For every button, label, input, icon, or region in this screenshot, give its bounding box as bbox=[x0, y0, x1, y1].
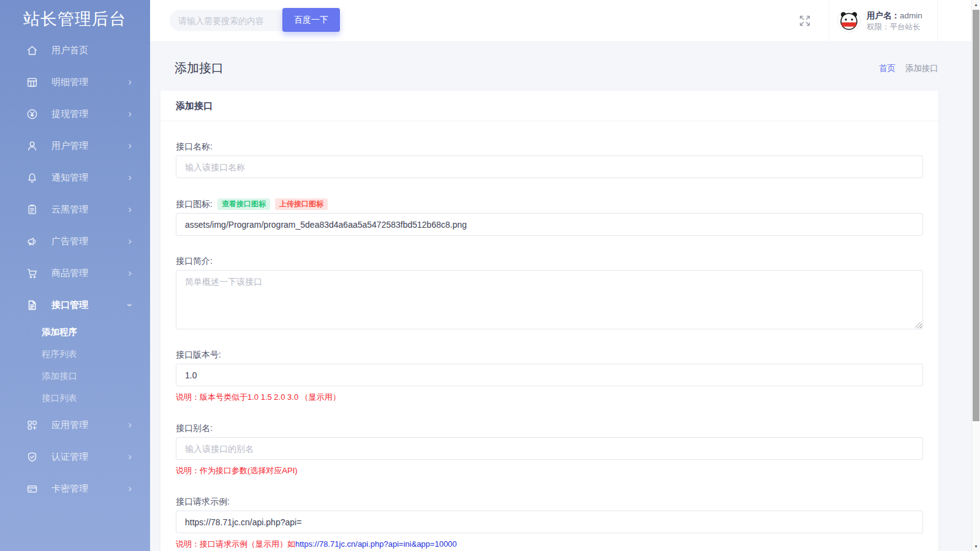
sidebar-item-user-home[interactable]: 用户首页 bbox=[0, 34, 150, 66]
field-api-request-example: 接口请求示例: 说明：接口请求示例（显示用）如https://78.71jc.c… bbox=[176, 497, 923, 550]
field-api-version: 接口版本号: 说明：版本号类似于1.0 1.5 2.0 3.0 （显示用） bbox=[176, 350, 923, 403]
home-icon bbox=[26, 45, 38, 56]
api-alias-hint: 说明：作为接口参数(选择对应API) bbox=[176, 465, 923, 476]
add-api-card: 添加接口 接口名称: 接口图标: 查看接口图标 上传接口图标 接口简介: bbox=[160, 91, 938, 551]
view-icon-badge[interactable]: 查看接口图标 bbox=[217, 198, 270, 210]
api-submenu: 添加程序 程序列表 添加接口 接口列表 bbox=[0, 321, 150, 409]
vertical-scrollbar[interactable] bbox=[971, 0, 980, 551]
panda-avatar bbox=[837, 9, 861, 32]
user-name-line: 用户名：admin bbox=[867, 11, 922, 20]
table-icon bbox=[26, 77, 38, 88]
sidebar-item-app-mgmt[interactable]: 应用管理 bbox=[0, 409, 150, 441]
api-request-hint-text: 说明：接口请求示例（显示用）如 bbox=[176, 539, 295, 549]
app-grid-icon bbox=[26, 419, 38, 431]
api-intro-textarea-wrap bbox=[176, 270, 923, 329]
upload-icon-badge[interactable]: 上传接口图标 bbox=[275, 198, 328, 210]
chevron-right-icon bbox=[128, 108, 132, 120]
credit-card-icon bbox=[26, 483, 38, 495]
sidebar-item-label: 云黑管理 bbox=[51, 204, 88, 216]
sidebar: 站长管理后台 用户首页 明细管理 提现管理 用户管理 bbox=[0, 0, 150, 551]
baidu-search-button[interactable]: 百度一下 bbox=[282, 8, 340, 32]
breadcrumb-current: 添加接口 bbox=[905, 64, 938, 73]
api-request-label: 接口请求示例: bbox=[176, 497, 923, 508]
api-request-hint-link[interactable]: https://78.71jc.cn/api.php?api=ini&app=1… bbox=[295, 539, 457, 549]
sidebar-item-withdraw-mgmt[interactable]: 提现管理 bbox=[0, 98, 150, 130]
clipboard-icon bbox=[26, 204, 38, 216]
user-menu[interactable]: 用户名：admin 权限：平台站长 bbox=[829, 0, 938, 41]
search-bar: 百度一下 bbox=[170, 8, 340, 32]
user-info: 用户名：admin 权限：平台站长 bbox=[867, 9, 922, 32]
api-request-input[interactable] bbox=[176, 511, 923, 533]
api-icon-path-input[interactable] bbox=[176, 213, 923, 236]
api-alias-label: 接口别名: bbox=[176, 423, 923, 434]
api-intro-label: 接口简介: bbox=[176, 256, 923, 267]
add-api-form: 接口名称: 接口图标: 查看接口图标 上传接口图标 接口简介: bbox=[160, 141, 938, 551]
api-version-input[interactable] bbox=[176, 364, 923, 386]
user-icon bbox=[26, 140, 38, 152]
sidebar-subitem-add-api[interactable]: 添加接口 bbox=[0, 365, 150, 387]
field-api-intro: 接口简介: bbox=[176, 256, 923, 329]
sidebar-item-detail-mgmt[interactable]: 明细管理 bbox=[0, 66, 150, 98]
breadcrumb-home-link[interactable]: 首页 bbox=[879, 64, 895, 73]
api-version-hint: 说明：版本号类似于1.0 1.5 2.0 3.0 （显示用） bbox=[176, 392, 923, 403]
fullscreen-icon[interactable] bbox=[798, 14, 812, 28]
chevron-right-icon bbox=[128, 267, 132, 279]
sidebar-item-auth-mgmt[interactable]: 认证管理 bbox=[0, 441, 150, 473]
api-icon-label-row: 接口图标: 查看接口图标 上传接口图标 bbox=[176, 198, 923, 210]
sidebar-item-api-mgmt[interactable]: 接口管理 bbox=[0, 289, 150, 321]
field-api-icon: 接口图标: 查看接口图标 上传接口图标 bbox=[176, 198, 923, 236]
chevron-right-icon bbox=[128, 419, 132, 431]
user-name-label: 用户名： bbox=[867, 11, 900, 20]
sidebar-item-label: 通知管理 bbox=[51, 172, 88, 184]
scrollbar-thumb[interactable] bbox=[973, 10, 979, 421]
chevron-right-icon bbox=[128, 140, 132, 152]
file-text-icon bbox=[26, 299, 38, 311]
sidebar-item-label: 接口管理 bbox=[51, 299, 88, 311]
field-api-alias: 接口别名: 说明：作为接口参数(选择对应API) bbox=[176, 423, 923, 476]
sidebar-item-user-mgmt[interactable]: 用户管理 bbox=[0, 130, 150, 162]
sidebar-item-cardkey-mgmt[interactable]: 卡密管理 bbox=[0, 473, 150, 504]
sidebar-item-blacklist-mgmt[interactable]: 云黑管理 bbox=[0, 193, 150, 225]
api-intro-textarea[interactable] bbox=[176, 270, 923, 329]
sidebar-subitem-program-list[interactable]: 程序列表 bbox=[0, 343, 150, 365]
sidebar-nav: 用户首页 明细管理 提现管理 用户管理 bbox=[0, 34, 150, 504]
sidebar-item-notice-mgmt[interactable]: 通知管理 bbox=[0, 162, 150, 193]
sidebar-subitem-api-list[interactable]: 接口列表 bbox=[0, 387, 150, 409]
chevron-right-icon bbox=[128, 235, 132, 247]
sidebar-subitem-label: 接口列表 bbox=[42, 392, 77, 404]
sidebar-subitem-label: 添加接口 bbox=[42, 370, 77, 382]
api-alias-input[interactable] bbox=[176, 437, 923, 460]
sidebar-subitem-label: 添加程序 bbox=[42, 326, 77, 338]
sidebar-subitem-label: 程序列表 bbox=[42, 348, 77, 360]
chevron-right-icon bbox=[128, 171, 132, 184]
sidebar-item-ad-mgmt[interactable]: 广告管理 bbox=[0, 225, 150, 257]
webmaster-admin-page: { "colors": { "primary": "#6777ef", "sid… bbox=[0, 0, 980, 551]
main-content: 添加接口 首页添加接口 添加接口 接口名称: 接口图标: 查看接口图标 上传接口… bbox=[150, 41, 971, 551]
chevron-down-icon bbox=[124, 303, 136, 307]
sidebar-subitem-add-program[interactable]: 添加程序 bbox=[0, 321, 150, 343]
chevron-right-icon bbox=[128, 451, 132, 463]
scrollbar-down-arrow[interactable] bbox=[972, 542, 980, 551]
sidebar-item-goods-mgmt[interactable]: 商品管理 bbox=[0, 257, 150, 289]
sidebar-item-label: 明细管理 bbox=[51, 77, 88, 88]
megaphone-icon bbox=[26, 236, 38, 247]
sidebar-item-label: 广告管理 bbox=[51, 236, 88, 247]
chevron-right-icon bbox=[128, 203, 132, 216]
cart-icon bbox=[26, 268, 38, 279]
api-name-input[interactable] bbox=[176, 156, 923, 178]
yen-circle-icon bbox=[26, 108, 38, 120]
user-name-value: admin bbox=[900, 11, 922, 20]
search-input[interactable] bbox=[170, 10, 282, 31]
chevron-right-icon bbox=[128, 76, 132, 88]
breadcrumb: 首页添加接口 bbox=[879, 63, 938, 74]
api-icon-label: 接口图标: bbox=[176, 199, 213, 210]
api-version-label: 接口版本号: bbox=[176, 350, 923, 361]
bell-icon bbox=[26, 172, 38, 184]
field-api-name: 接口名称: bbox=[176, 141, 923, 178]
sidebar-item-label: 认证管理 bbox=[51, 451, 88, 463]
scrollbar-up-arrow[interactable] bbox=[972, 0, 980, 9]
sidebar-item-label: 提现管理 bbox=[51, 108, 88, 120]
user-role-line: 权限：平台站长 bbox=[867, 23, 922, 32]
topbar: 百度一下 用户名：admin 权限：平台站长 bbox=[150, 0, 971, 41]
sidebar-item-label: 商品管理 bbox=[51, 268, 88, 279]
